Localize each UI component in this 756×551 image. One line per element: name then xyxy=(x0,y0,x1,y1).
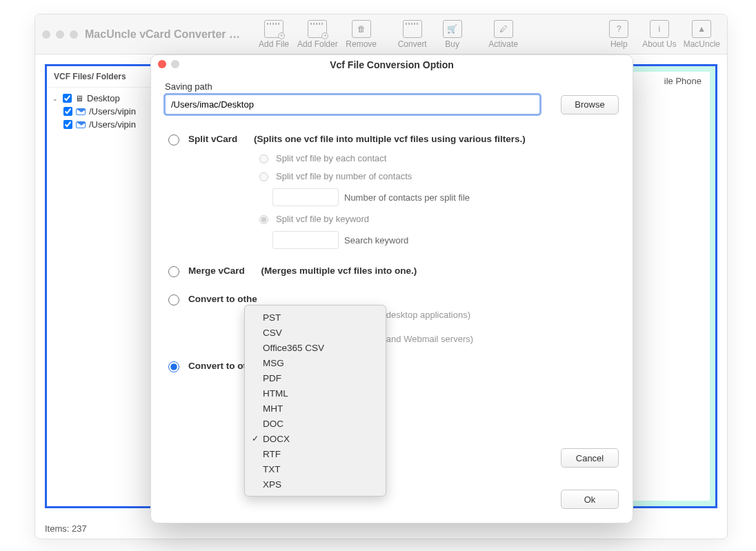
buy-label: Buy xyxy=(445,39,459,49)
window-controls[interactable] xyxy=(42,30,78,39)
split-by-number-label: Split vcf file by number of contacts xyxy=(276,171,412,181)
add-folder-button[interactable]: + Add Folder xyxy=(297,20,338,49)
save-icon xyxy=(403,20,422,38)
remove-button[interactable]: 🗑 Remove xyxy=(345,20,378,49)
tree-root-label: Desktop xyxy=(87,93,120,103)
format-option-pdf[interactable]: PDF xyxy=(245,370,386,385)
trash-icon: 🗑 xyxy=(352,20,371,38)
format-option-msg[interactable]: MSG xyxy=(245,355,386,370)
buy-button[interactable]: 🛒 Buy xyxy=(436,20,469,49)
minimize-icon[interactable] xyxy=(56,30,64,39)
format-option-rtf[interactable]: RTF xyxy=(245,446,386,461)
help-icon: ? xyxy=(609,20,628,38)
merge-desc: (Merges multiple vcf files into one.) xyxy=(261,266,417,276)
minimize-icon[interactable] xyxy=(171,60,179,68)
convert-other-1-label: Convert to othe xyxy=(188,294,257,304)
desktop-icon xyxy=(75,93,83,103)
about-label: About Us xyxy=(642,39,676,49)
format-option-doc[interactable]: DOC xyxy=(245,416,386,431)
format-option-html[interactable]: HTML xyxy=(245,385,386,401)
convert-desktop-hint: e desktop applications) xyxy=(379,310,619,320)
format-option-xps[interactable]: XPS xyxy=(245,477,386,492)
add-file-label: Add File xyxy=(259,39,289,49)
split-by-keyword-label: Split vcf file by keyword xyxy=(276,214,369,224)
split-by-number-radio xyxy=(259,172,268,181)
cancel-button[interactable]: Cancel xyxy=(561,448,619,468)
saving-path-label: Saving path xyxy=(165,81,619,92)
add-file-button[interactable]: + Add File xyxy=(257,20,290,49)
brand-button[interactable]: ▲ MacUncle xyxy=(684,20,720,49)
contacts-per-file-hint: Number of contacts per split file xyxy=(344,192,470,203)
col-phone: ile Phone xyxy=(664,76,702,86)
tree-root-checkbox[interactable] xyxy=(63,94,72,103)
brand-label: MacUncle xyxy=(684,39,720,49)
help-button[interactable]: ? Help xyxy=(602,20,635,49)
split-each-contact-label: Split vcf file by each contact xyxy=(276,153,386,163)
vcf-icon xyxy=(76,108,86,115)
file-plus-icon: + xyxy=(264,20,284,38)
split-by-keyword-radio xyxy=(259,215,268,224)
convert-other-block-2: Convert to othe xyxy=(165,359,619,372)
convert-webmail-hint: d and Webmail servers) xyxy=(379,334,619,344)
format-option-mht[interactable]: MHT xyxy=(245,401,386,416)
activate-button[interactable]: 🖊 Activate xyxy=(487,20,520,49)
format-dropdown[interactable]: PSTCSVOffice365 CSVMSGPDFHTMLMHTDOCDOCXR… xyxy=(244,305,386,497)
folder-plus-icon: + xyxy=(308,20,327,38)
convert-other-2-radio[interactable] xyxy=(168,361,179,372)
saving-path-input[interactable] xyxy=(165,94,540,114)
browse-button[interactable]: Browse xyxy=(561,95,619,114)
activate-label: Activate xyxy=(488,39,518,49)
format-option-csv[interactable]: CSV xyxy=(245,325,386,340)
split-option-block: Split vCard (Splits one vcf file into mu… xyxy=(165,132,619,249)
help-label: Help xyxy=(610,39,628,49)
close-icon[interactable] xyxy=(158,60,166,68)
convert-label: Convert xyxy=(398,39,427,49)
format-option-office365-csv[interactable]: Office365 CSV xyxy=(245,340,386,355)
brand-icon: ▲ xyxy=(692,20,711,38)
about-button[interactable]: i About Us xyxy=(642,20,676,49)
dialog-title: Vcf File Conversion Option xyxy=(330,59,454,70)
tree-item-2-checkbox[interactable] xyxy=(63,120,72,129)
convert-other-block-1: Convert to othe e desktop applications) … xyxy=(165,292,619,344)
split-radio[interactable] xyxy=(168,134,179,146)
add-folder-label: Add Folder xyxy=(297,39,338,49)
conversion-options-dialog: Vcf File Conversion Option Saving path B… xyxy=(150,54,633,523)
merge-label: Merge vCard xyxy=(188,266,245,276)
remove-label: Remove xyxy=(346,39,377,49)
split-desc: (Splits one vcf file into multiple vcf f… xyxy=(254,134,526,144)
tree-item-1-checkbox[interactable] xyxy=(63,107,72,116)
close-icon[interactable] xyxy=(42,30,50,39)
chevron-down-icon[interactable]: ⌄ xyxy=(52,95,59,102)
merge-option-block: Merge vCard (Merges multiple vcf files i… xyxy=(165,264,619,277)
convert-button[interactable]: Convert xyxy=(396,20,429,49)
cart-icon: 🛒 xyxy=(443,20,462,38)
format-option-txt[interactable]: TXT xyxy=(245,461,386,477)
vcf-icon xyxy=(76,121,86,128)
app-title: MacUncle vCard Converter v1.0.... xyxy=(85,28,243,41)
dialog-titlebar: Vcf File Conversion Option xyxy=(151,55,633,74)
titlebar: MacUncle vCard Converter v1.0.... + Add … xyxy=(35,14,727,54)
format-option-pst[interactable]: PST xyxy=(245,310,386,325)
contacts-per-file-input xyxy=(272,188,339,206)
info-icon: i xyxy=(650,20,669,38)
tree-item-1-label: /Users/vipin xyxy=(89,106,136,117)
toolbar: + Add File + Add Folder 🗑 Remove Convert… xyxy=(257,20,720,49)
merge-radio[interactable] xyxy=(168,266,179,277)
dialog-window-controls[interactable] xyxy=(158,60,179,68)
search-keyword-input xyxy=(272,231,339,249)
ok-button[interactable]: Ok xyxy=(561,490,619,509)
split-each-contact-radio xyxy=(259,154,268,163)
key-icon: 🖊 xyxy=(494,20,513,38)
dialog-body: Saving path Browse Split vCard (Splits o… xyxy=(151,74,633,523)
format-option-docx[interactable]: DOCX xyxy=(245,431,386,446)
search-keyword-hint: Search keyword xyxy=(344,235,408,246)
zoom-icon[interactable] xyxy=(70,30,78,39)
tree-item-2-label: /Users/vipin xyxy=(89,119,136,130)
item-count: Items: 237 xyxy=(45,523,87,534)
split-label: Split vCard xyxy=(188,134,237,144)
convert-other-1-radio[interactable] xyxy=(168,294,179,305)
